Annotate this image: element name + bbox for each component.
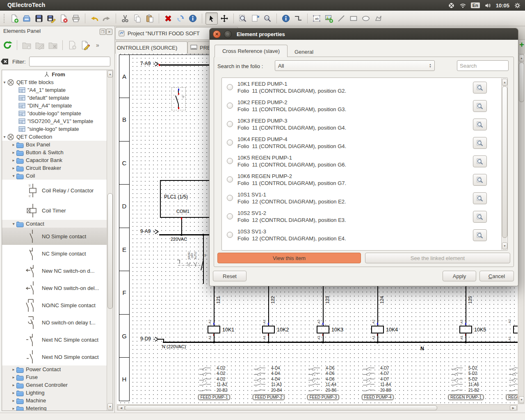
tree-element-no-simple-contact[interactable]: NO Simple contact [2, 228, 107, 245]
edit-element-button[interactable] [79, 39, 92, 52]
reset-button[interactable]: Reset [213, 271, 247, 281]
rotate-selection-button[interactable] [175, 13, 186, 24]
print-button[interactable] [70, 13, 82, 24]
tree-category[interactable]: ▾QET title blocks [2, 78, 107, 86]
panel-float-button[interactable]: ❐ [100, 29, 106, 35]
expander-icon[interactable]: ▸ [11, 375, 16, 379]
tree-category[interactable]: ▾QET Collection [2, 133, 107, 141]
tree-item-template[interactable]: "double-logo" template [2, 110, 107, 117]
vscrollbar-thumb[interactable] [519, 62, 524, 102]
tree-element-next-nc-simple-contact[interactable]: Next NC Simple contact [2, 331, 107, 348]
new-category-button[interactable] [20, 39, 33, 52]
view-item-magnifier-button[interactable] [473, 137, 487, 149]
scroll-down-icon[interactable]: ▼ [519, 396, 524, 403]
expander-icon[interactable]: ▾ [2, 80, 7, 84]
open-document-button[interactable] [21, 13, 32, 24]
tree-header-from[interactable]: From [2, 70, 107, 78]
list-scrollbar-thumb[interactable] [502, 86, 507, 238]
zoom-one-to-one-button[interactable]: 1:1 [262, 13, 273, 24]
coil-box[interactable] [262, 326, 275, 333]
tree-folder-metering[interactable]: ▸Metering [2, 404, 107, 411]
expander-icon[interactable]: ▸ [11, 158, 16, 162]
view-item-magnifier-button[interactable] [473, 211, 487, 223]
scroll-up-icon[interactable]: ▲ [107, 71, 113, 78]
cut-button[interactable] [119, 13, 131, 24]
tree-item-template[interactable]: "ISO7200_A4_V1" template [2, 117, 107, 125]
tree-scrollbar-thumb[interactable] [107, 193, 113, 309]
reload-collections-button[interactable] [1, 39, 14, 52]
tree-item-template[interactable]: "single-logo" template [2, 125, 107, 133]
cross-reference-item[interactable]: 10S2 SV1-2Folio 12 (CONTROL DIAGRAM), po… [222, 207, 507, 226]
tree-item-template[interactable]: "DIN_A4" template [2, 102, 107, 110]
dialog-search-input[interactable] [457, 60, 509, 71]
view-item-magnifier-button[interactable] [473, 119, 487, 130]
item-radio-button[interactable] [227, 84, 233, 90]
add-ellipse-button[interactable] [360, 13, 372, 24]
add-line-button[interactable] [336, 13, 347, 24]
view-item-magnifier-button[interactable] [473, 82, 487, 94]
zoom-adjust-button[interactable] [249, 13, 261, 24]
delete-category-button[interactable] [46, 39, 59, 52]
expander-icon[interactable]: ▸ [11, 390, 16, 395]
cross-reference-item[interactable]: 10S1 SV1-1Folio 12 (CONTROL DIAGRAM), po… [222, 189, 507, 207]
tree-element-new-no-switch-on-del-[interactable]: New NO switch-on del... [2, 279, 107, 297]
clock[interactable]: 10:05 [496, 2, 509, 9]
tree-folder-machine[interactable]: ▸Machine [2, 397, 107, 404]
tree-folder-lighting[interactable]: ▸Lighting [2, 389, 107, 397]
tree-folder-genset-controller[interactable]: ▸Genset Controller [2, 381, 107, 389]
tree-item-template[interactable]: "A4_1" template [2, 86, 107, 94]
wire[interactable] [466, 333, 466, 342]
cross-reference-item[interactable]: 10K5 REGEN PUMP-1Folio 11 (CONTROL DIAGR… [222, 152, 507, 170]
tree-folder-circuit-breaker[interactable]: ▸Circuit Breaker [2, 164, 107, 172]
wire[interactable] [377, 333, 378, 342]
tree-folder-button-switch[interactable]: ▸Button & Switch [2, 148, 107, 156]
expander-icon[interactable]: ▸ [11, 142, 16, 147]
panel-close-button[interactable]: ✕ [106, 29, 112, 35]
tree-element-next-no-simple-contact[interactable]: Next NO Simple contact [2, 348, 107, 365]
add-polygon-button[interactable] [372, 13, 384, 24]
expander-icon[interactable]: ▾ [11, 173, 16, 178]
add-text-button[interactable]: ab [311, 13, 322, 24]
tree-folder-contact[interactable]: ▾Contact [2, 220, 107, 228]
coil-box[interactable] [317, 326, 329, 333]
diagram-info-button[interactable] [280, 13, 292, 24]
cross-reference-item[interactable]: 10S3 SV1-3Folio 12 (CONTROL DIAGRAM), po… [222, 226, 507, 244]
wire[interactable] [214, 333, 215, 342]
view-item-magnifier-button[interactable] [473, 229, 487, 241]
cross-reference-item[interactable]: 10K2 FEED PUMP-2Folio 11 (CONTROL DIAGRA… [222, 96, 507, 115]
cancel-button[interactable]: Cancel [479, 271, 514, 281]
keyboard-layout-indicator[interactable]: En [471, 2, 480, 8]
item-radio-button[interactable] [227, 158, 233, 164]
clear-filter-button[interactable] [0, 58, 9, 65]
selected-element-box[interactable] [171, 87, 186, 110]
dialog-tab-general[interactable]: General [288, 46, 320, 57]
scroll-right-icon[interactable]: ▶ [510, 405, 517, 411]
tree-element-coil-timer[interactable]: Coil Timer [2, 201, 107, 220]
dialog-close-button[interactable]: ✕ [213, 30, 221, 38]
add-rectangle-button[interactable] [348, 13, 359, 24]
apply-button[interactable]: Apply [443, 271, 476, 281]
wifi-tray-item[interactable] [459, 2, 466, 9]
filter-input[interactable] [29, 57, 110, 66]
tree-element-coil-relay-contactor[interactable]: A2A1Coil Relay / Contactor [2, 180, 107, 201]
dialog-maximize-button[interactable]: □ [224, 30, 232, 38]
folio-filter-combobox[interactable]: All ▲▼ [275, 60, 435, 71]
scroll-left-icon[interactable]: ◀ [118, 405, 125, 411]
expander-icon[interactable]: ▸ [11, 398, 16, 403]
move-tool-button[interactable] [219, 13, 230, 24]
zoom-fit-button[interactable] [237, 13, 249, 24]
scroll-up-icon[interactable]: ▲ [519, 55, 524, 62]
view-item-magnifier-button[interactable] [473, 174, 487, 186]
tree-element-new-nc-switch-on-d-[interactable]: New NC switch-on d... [2, 262, 107, 279]
item-radio-button[interactable] [227, 232, 233, 238]
wire[interactable] [323, 333, 324, 342]
item-radio-button[interactable] [227, 139, 233, 146]
expander-icon[interactable]: ▸ [11, 406, 16, 411]
tree-element-no-switch-on-delay-t-[interactable]: NO switch-on delay t... [2, 314, 107, 331]
scroll-down-icon[interactable]: ▼ [107, 403, 113, 410]
close-file-button[interactable] [58, 13, 69, 24]
view-item-magnifier-button[interactable] [473, 100, 487, 112]
coil-box-partial[interactable] [513, 326, 518, 333]
cross-reference-item[interactable]: 10K3 FEED PUMP-3Folio 11 (CONTROL DIAGRA… [222, 115, 507, 133]
wire[interactable] [268, 333, 269, 342]
